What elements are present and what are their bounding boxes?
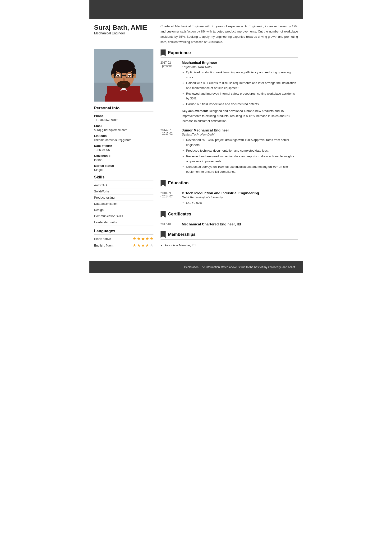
- skill-item: Design: [94, 207, 153, 213]
- membership-item: Associate Member, IEI: [165, 242, 298, 248]
- languages-title: Languages: [94, 229, 153, 235]
- citizenship-label: Citizenship: [94, 154, 153, 158]
- education-divider: [161, 188, 298, 188]
- cert-date: 2017-10: [161, 222, 182, 226]
- declaration-text: Declaration: The information stated abov…: [184, 265, 295, 269]
- education-entries: 2010-09 - 2014-07B.Tech Production and I…: [161, 191, 298, 206]
- email-label: Email: [94, 124, 153, 128]
- entry-org: SystemTech, New Delhi: [182, 133, 298, 136]
- experience-section-header: Experience: [161, 49, 298, 56]
- bullet-item: Reviewed and analysed inspection data an…: [186, 154, 298, 164]
- certificates-title: Certificates: [168, 212, 191, 217]
- experience-bookmark-icon: [161, 49, 166, 56]
- top-area: Suraj Bath, AMIE Mechanical Engineer Cha…: [89, 21, 303, 47]
- main-layout: Personal Info Phone +12 34 56789012 Emai…: [89, 47, 303, 254]
- entry-content: Mechanical EngineerEngineeric, New Delhi…: [182, 60, 298, 123]
- language-stars: ★★★★★: [133, 236, 153, 241]
- memberships-title: Memberships: [168, 232, 196, 237]
- skill-item: SolidWorks: [94, 188, 153, 195]
- entry-title: Junior Mechanical Engineer: [182, 128, 298, 132]
- candidate-subtitle: Mechanical Engineer: [94, 31, 153, 35]
- star-filled: ★: [133, 243, 136, 248]
- summary-block: Chartered Mechanical Engineer with 7+ ye…: [158, 21, 303, 47]
- bullet-item: Developed 50+ CAD project drawings with …: [186, 138, 298, 148]
- star-filled: ★: [133, 236, 136, 241]
- star-filled: ★: [145, 236, 149, 241]
- svg-point-10: [117, 81, 130, 88]
- languages-list: Hindi: native★★★★★English: fluent★★★★★: [94, 236, 153, 248]
- bullet-item: Conducted surveys on 100+ off-site insta…: [186, 164, 298, 174]
- entry-title: Mechanical Engineer: [182, 60, 298, 65]
- language-name: English: fluent: [94, 244, 120, 247]
- certificates-entries: 2017-10Mechanical Chartered Engineer, IE…: [161, 222, 298, 226]
- entry-date: 2017-02 - present: [161, 60, 182, 123]
- left-column: Personal Info Phone +12 34 56789012 Emai…: [89, 47, 158, 254]
- name-block: Suraj Bath, AMIE Mechanical Engineer: [89, 21, 158, 47]
- key-achievement: Key achievement: Designed and developed …: [182, 109, 298, 123]
- bullet-item: Optimised production workflows, improvin…: [186, 70, 298, 80]
- marital-block: Marital status Single: [94, 164, 153, 172]
- phone-block: Phone +12 34 56789012: [94, 114, 153, 122]
- bullet-item: Carried out field inspections and docume…: [186, 102, 298, 107]
- entry: 2014-07 - 2017-02Junior Mechanical Engin…: [161, 128, 298, 175]
- skill-item: Communication skills: [94, 213, 153, 219]
- bullet-item: Produced technical documentation and com…: [186, 148, 298, 153]
- right-column: Experience 2017-02 - presentMechanical E…: [158, 47, 303, 254]
- language-name: Hindi: native: [94, 237, 120, 241]
- memberships-bookmark-icon: [161, 231, 166, 238]
- personal-info-title: Personal Info: [94, 106, 153, 112]
- education-bookmark-icon: [161, 180, 166, 187]
- entry: 2010-09 - 2014-07B.Tech Production and I…: [161, 191, 298, 206]
- summary-text: Chartered Mechanical Engineer with 7+ ye…: [161, 24, 298, 45]
- marital-label: Marital status: [94, 164, 153, 168]
- entry-content: Junior Mechanical EngineerSystemTech, Ne…: [182, 128, 298, 175]
- memberships-divider: [161, 239, 298, 240]
- entry-bullets: CGPA: 92%: [182, 200, 298, 205]
- language-row: English: fluent★★★★★: [94, 243, 153, 248]
- experience-divider: [161, 58, 298, 58]
- star-filled: ★: [141, 243, 145, 248]
- star-filled: ★: [141, 236, 145, 241]
- bullet-item: Reviewed and improved internal safety pr…: [186, 91, 298, 101]
- skill-item: Product testing: [94, 195, 153, 201]
- entry-org: Engineeric, New Delhi: [182, 65, 298, 69]
- phone-label: Phone: [94, 114, 153, 118]
- cert-content: Mechanical Chartered Engineer, IEI: [182, 222, 298, 226]
- language-stars: ★★★★★: [133, 243, 153, 248]
- email-block: Email suraj.g.bath@email.com: [94, 124, 153, 132]
- star-empty: ★: [150, 243, 153, 248]
- certificate-entry: 2017-10Mechanical Chartered Engineer, IE…: [161, 222, 298, 226]
- linkedin-block: LinkedIn linkedin.com/in/suraj.g.bath: [94, 134, 153, 142]
- entry: 2017-02 - presentMechanical EngineerEngi…: [161, 60, 298, 123]
- entry-content: B.Tech Production and Industrial Enginee…: [182, 191, 298, 206]
- linkedin-value: linkedin.com/in/suraj.g.bath: [94, 138, 153, 142]
- education-section-header: Education: [161, 180, 298, 187]
- email-value: suraj.g.bath@email.com: [94, 128, 153, 132]
- dob-value: 1985-04-05: [94, 148, 153, 152]
- header-bar: [89, 0, 303, 19]
- memberships-list: Associate Member, IEI: [161, 242, 298, 248]
- linkedin-label: LinkedIn: [94, 134, 153, 138]
- skills-list: AutoCADSolidWorksProduct testingData ass…: [94, 182, 153, 226]
- star-filled: ★: [150, 236, 153, 241]
- skill-item: AutoCAD: [94, 182, 153, 188]
- certificates-bookmark-icon: [161, 211, 166, 218]
- entry-org: Delhi Technological University: [182, 196, 298, 199]
- photo-svg: [94, 49, 153, 102]
- dob-label: Date of birth: [94, 144, 153, 148]
- memberships-section-header: Memberships: [161, 231, 298, 238]
- dob-block: Date of birth 1985-04-05: [94, 144, 153, 152]
- star-filled: ★: [137, 243, 141, 248]
- experience-title: Experience: [168, 50, 191, 55]
- entry-date: 2010-09 - 2014-07: [161, 191, 182, 206]
- education-title: Education: [168, 181, 189, 186]
- phone-value: +12 34 56789012: [94, 118, 153, 122]
- achievement-label: Key achievement:: [182, 109, 209, 113]
- profile-photo: [94, 49, 153, 102]
- cert-title: Mechanical Chartered Engineer, IEI: [182, 222, 298, 226]
- citizenship-value: Indian: [94, 158, 153, 161]
- certificates-section-header: Certificates: [161, 211, 298, 218]
- star-filled: ★: [137, 236, 141, 241]
- svg-point-7: [113, 60, 135, 73]
- entry-title: B.Tech Production and Industrial Enginee…: [182, 191, 298, 195]
